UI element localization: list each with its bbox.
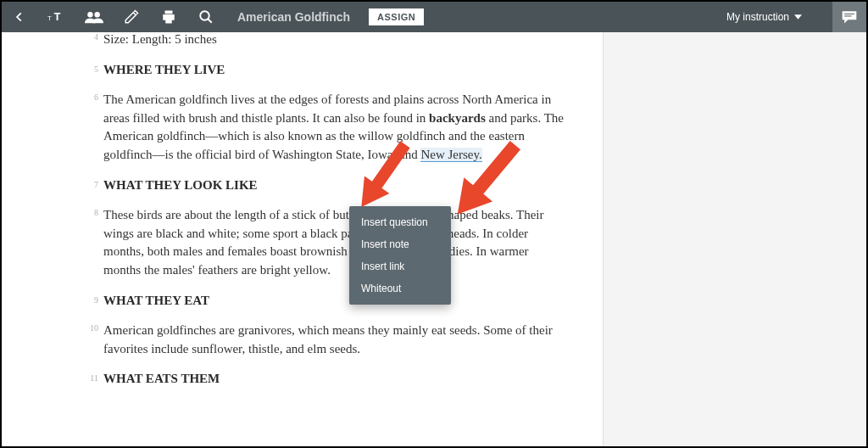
menu-insert-link[interactable]: Insert link (349, 255, 451, 277)
svg-rect-6 (844, 15, 851, 16)
menu-whiteout[interactable]: Whiteout (349, 277, 451, 300)
svg-point-4 (200, 11, 209, 20)
search-icon[interactable] (197, 8, 215, 26)
text-size-icon[interactable]: TT (47, 8, 66, 26)
line-number: 11 (85, 373, 98, 383)
content-area: 4 Size: Length: 5 inches 5 WHERE THEY LI… (2, 32, 866, 446)
assign-button[interactable]: ASSIGN (369, 8, 424, 25)
document-pane: 4 Size: Length: 5 inches 5 WHERE THEY LI… (2, 32, 604, 446)
line-number: 9 (85, 295, 98, 305)
size-text: Size: Length: 5 inches (103, 32, 569, 49)
back-icon[interactable] (10, 8, 29, 26)
comment-icon (841, 9, 858, 25)
annotation-arrow-icon (343, 121, 428, 223)
annotation-arrow-icon (442, 121, 536, 232)
page-title: American Goldfinch (237, 10, 350, 24)
doc-line: 11 WHAT EATS THEM (103, 372, 569, 386)
toolbar: TT American Goldfinch ASSIGN My instruct… (2, 2, 866, 32)
line-number: 10 (85, 323, 98, 333)
line-number: 6 (85, 92, 98, 102)
line-number: 5 (85, 64, 98, 74)
svg-text:T: T (54, 11, 61, 23)
svg-point-2 (87, 12, 92, 17)
line-number: 7 (85, 180, 98, 189)
line-number: 4 (85, 32, 98, 42)
my-instruction-dropdown[interactable]: My instruction (726, 11, 802, 23)
doc-line: 4 Size: Length: 5 inches (103, 32, 569, 49)
section-heading: WHAT THEY EAT (103, 294, 569, 308)
comment-panel-button[interactable] (832, 2, 866, 32)
right-sidebar (604, 32, 866, 446)
line-number: 8 (85, 208, 98, 217)
chevron-down-icon (794, 14, 802, 20)
section-heading: WHAT EATS THEM (103, 372, 569, 386)
section-heading: WHERE THEY LIVE (103, 63, 569, 77)
doc-line: 5 WHERE THEY LIVE (103, 63, 569, 77)
people-icon[interactable] (85, 8, 103, 26)
doc-line: 9 WHAT THEY EAT (103, 294, 569, 308)
paragraph: American goldfinches are granivores, whi… (103, 322, 569, 359)
edit-icon[interactable] (122, 8, 141, 26)
doc-line: 10 American goldfinches are granivores, … (103, 322, 569, 359)
svg-point-3 (94, 12, 99, 17)
print-icon[interactable] (159, 8, 178, 26)
svg-rect-5 (844, 14, 854, 14)
svg-text:T: T (47, 14, 52, 22)
my-instruction-label: My instruction (726, 11, 789, 23)
menu-insert-note[interactable]: Insert note (349, 233, 451, 255)
